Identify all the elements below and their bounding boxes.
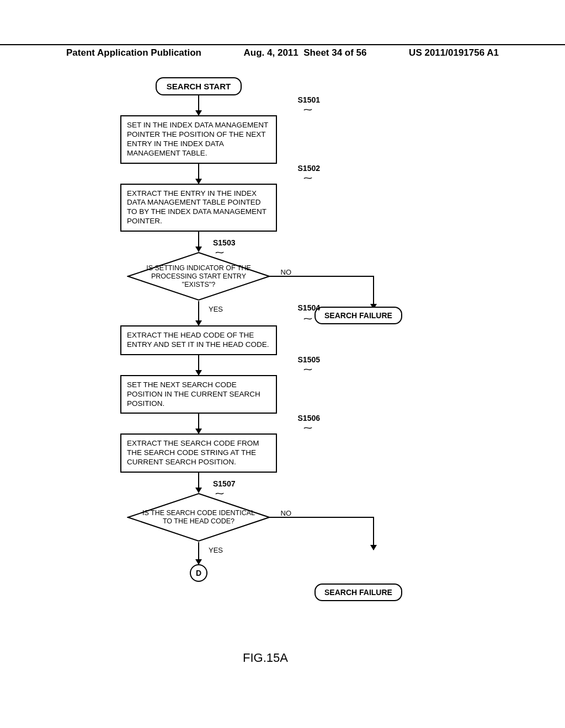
branch-yes: YES	[209, 305, 223, 313]
arrow-icon	[198, 95, 199, 115]
leader-icon: ⁓	[303, 173, 312, 183]
arrow-icon	[198, 164, 199, 184]
connector-line	[269, 276, 374, 277]
figure-caption: FIG.15A	[243, 651, 288, 665]
svg-marker-1	[128, 494, 269, 541]
header-center: Aug. 4, 2011 Sheet 34 of 56	[244, 47, 367, 58]
process-s1506: EXTRACT THE SEARCH CODE FROM THE SEARCH …	[120, 433, 277, 473]
step-tag-s1502: S1502	[298, 164, 320, 173]
diamond-icon	[127, 251, 270, 301]
flowchart: SEARCH START S1501 ⁓ SET IN THE INDEX DA…	[66, 77, 497, 582]
step-tag-s1507: S1507	[213, 479, 235, 488]
arrow-icon	[373, 517, 374, 550]
connector-d: D	[190, 564, 207, 582]
connector-line	[269, 517, 374, 518]
leader-icon: ⁓	[215, 488, 224, 499]
diamond-icon	[127, 493, 270, 542]
leader-icon: ⁓	[303, 422, 312, 433]
step-tag-s1501: S1501	[298, 95, 320, 104]
arrow-icon	[198, 232, 199, 251]
branch-yes: YES	[209, 546, 223, 554]
arrow-icon	[198, 301, 199, 325]
arrow-icon	[198, 414, 199, 433]
process-s1501: SET IN THE INDEX DATA MANAGEMENT POINTER…	[120, 115, 277, 164]
step-tag-s1505: S1505	[298, 355, 320, 364]
step-tag-s1504: S1504	[298, 303, 320, 312]
page-header: Patent Application Publication Aug. 4, 2…	[0, 44, 565, 58]
terminal-start: SEARCH START	[156, 77, 242, 95]
leader-icon: ⁓	[303, 313, 312, 324]
leader-icon: ⁓	[215, 247, 224, 258]
arrow-icon	[198, 542, 199, 564]
terminal-fail1: SEARCH FAILURE	[315, 307, 402, 324]
process-s1502: EXTRACT THE ENTRY IN THE INDEX DATA MANA…	[120, 184, 277, 232]
branch-no: NO	[281, 268, 292, 276]
svg-marker-0	[128, 253, 269, 300]
leader-icon: ⁓	[303, 364, 312, 374]
decision-s1507: S1507 ⁓ IS THE SEARCH CODE IDENTICAL TO …	[127, 493, 270, 542]
terminal-fail2: SEARCH FAILURE	[315, 584, 402, 601]
arrow-icon	[373, 276, 374, 309]
process-s1504: EXTRACT THE HEAD CODE OF THE ENTRY AND S…	[120, 325, 277, 355]
process-s1505: SET THE NEXT SEARCH CODE POSITION IN THE…	[120, 375, 277, 414]
decision-s1503: S1503 ⁓ IS SETTING INDICATOR OF THE PROC…	[127, 251, 270, 301]
arrow-icon	[198, 473, 199, 493]
leader-icon: ⁓	[303, 104, 312, 115]
step-tag-s1503: S1503	[213, 238, 235, 247]
branch-no: NO	[281, 509, 292, 517]
arrow-icon	[198, 355, 199, 375]
header-left: Patent Application Publication	[66, 47, 201, 58]
header-pubnum: US 2011/0191756 A1	[409, 47, 499, 58]
step-tag-s1506: S1506	[298, 414, 320, 422]
